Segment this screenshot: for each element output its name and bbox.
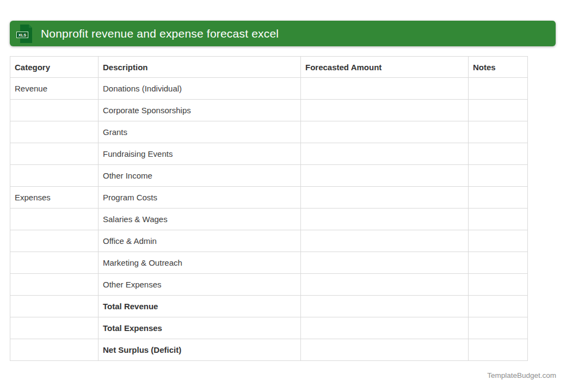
- cell-notes: [469, 317, 528, 339]
- cell-notes: [469, 230, 528, 252]
- cell-forecasted-amount: [301, 317, 469, 339]
- cell-description: Program Costs: [99, 187, 301, 209]
- table-header-row: Category Description Forecasted Amount N…: [10, 57, 528, 78]
- cell-description: Salaries & Wages: [99, 209, 301, 230]
- cell-notes: [469, 209, 528, 230]
- table-row: Revenue Donations (Individual): [10, 78, 528, 100]
- table-row: Marketing & Outreach: [10, 252, 528, 274]
- cell-category: [10, 209, 99, 230]
- table-row: Total Expenses: [10, 317, 528, 339]
- table-row: Expenses Program Costs: [10, 187, 528, 209]
- cell-forecasted-amount: [301, 143, 469, 165]
- cell-category: Revenue: [10, 78, 99, 100]
- cell-category: [10, 143, 99, 165]
- table-body: Revenue Donations (Individual) Corporate…: [10, 78, 528, 361]
- title-banner: XLS Nonprofit revenue and expense foreca…: [10, 21, 556, 46]
- cell-forecasted-amount: [301, 230, 469, 252]
- cell-notes: [469, 100, 528, 121]
- cell-forecasted-amount: [301, 274, 469, 296]
- cell-category: Expenses: [10, 187, 99, 209]
- table-row: Total Revenue: [10, 296, 528, 317]
- cell-category: [10, 296, 99, 317]
- column-header-category: Category: [10, 57, 99, 78]
- table-row: Grants: [10, 121, 528, 143]
- cell-description: Total Revenue: [99, 296, 301, 317]
- column-header-notes: Notes: [469, 57, 528, 78]
- table-row: Salaries & Wages: [10, 209, 528, 230]
- cell-notes: [469, 339, 528, 361]
- cell-notes: [469, 187, 528, 209]
- cell-forecasted-amount: [301, 100, 469, 121]
- cell-notes: [469, 296, 528, 317]
- table-row: Net Surplus (Deficit): [10, 339, 528, 361]
- cell-forecasted-amount: [301, 78, 469, 100]
- cell-forecasted-amount: [301, 121, 469, 143]
- column-header-forecasted-amount: Forecasted Amount: [301, 57, 469, 78]
- forecast-table: Category Description Forecasted Amount N…: [10, 56, 528, 361]
- cell-notes: [469, 274, 528, 296]
- cell-description: Marketing & Outreach: [99, 252, 301, 274]
- cell-category: [10, 100, 99, 121]
- cell-notes: [469, 143, 528, 165]
- cell-notes: [469, 78, 528, 100]
- footer-credit: TemplateBudget.com: [487, 371, 556, 379]
- cell-category: [10, 274, 99, 296]
- table-row: Fundraising Events: [10, 143, 528, 165]
- column-header-description: Description: [99, 57, 301, 78]
- table-row: Other Income: [10, 165, 528, 187]
- cell-forecasted-amount: [301, 165, 469, 187]
- cell-category: [10, 121, 99, 143]
- cell-description: Office & Admin: [99, 230, 301, 252]
- cell-forecasted-amount: [301, 187, 469, 209]
- cell-description: Fundraising Events: [99, 143, 301, 165]
- cell-forecasted-amount: [301, 339, 469, 361]
- table-row: Office & Admin: [10, 230, 528, 252]
- cell-notes: [469, 252, 528, 274]
- cell-description: Grants: [99, 121, 301, 143]
- cell-forecasted-amount: [301, 252, 469, 274]
- cell-category: [10, 317, 99, 339]
- cell-notes: [469, 121, 528, 143]
- cell-category: [10, 230, 99, 252]
- cell-description: Net Surplus (Deficit): [99, 339, 301, 361]
- page-title: Nonprofit revenue and expense forecast e…: [41, 27, 279, 40]
- cell-description: Corporate Sponsorships: [99, 100, 301, 121]
- cell-description: Total Expenses: [99, 317, 301, 339]
- cell-description: Other Expenses: [99, 274, 301, 296]
- table-row: Corporate Sponsorships: [10, 100, 528, 121]
- cell-category: [10, 339, 99, 361]
- page: XLS Nonprofit revenue and expense foreca…: [0, 0, 566, 392]
- xls-file-icon: XLS: [16, 24, 34, 44]
- cell-category: [10, 165, 99, 187]
- cell-description: Donations (Individual): [99, 78, 301, 100]
- cell-forecasted-amount: [301, 209, 469, 230]
- cell-description: Other Income: [99, 165, 301, 187]
- cell-notes: [469, 165, 528, 187]
- cell-category: [10, 252, 99, 274]
- table-row: Other Expenses: [10, 274, 528, 296]
- xls-icon-label: XLS: [19, 33, 27, 38]
- cell-forecasted-amount: [301, 296, 469, 317]
